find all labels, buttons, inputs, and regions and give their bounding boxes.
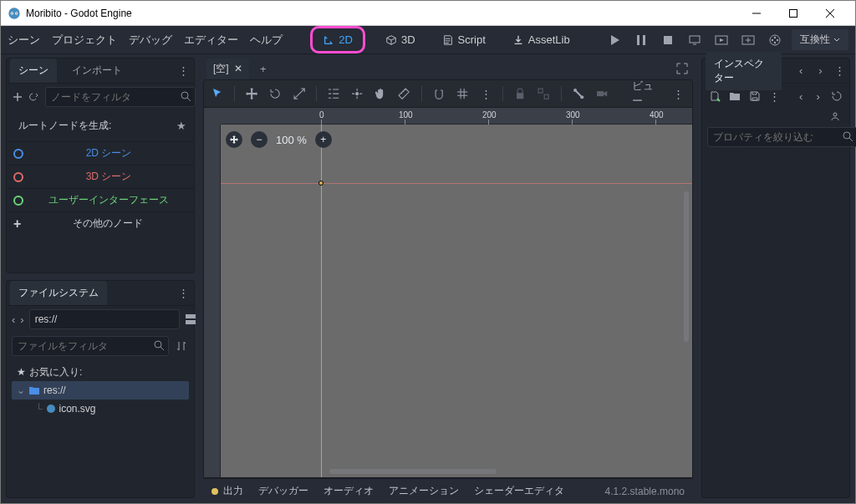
horizontal-scrollbar[interactable] [329, 469, 497, 474]
group-button[interactable] [537, 85, 550, 102]
fs-forward-button[interactable]: › [20, 312, 23, 327]
zoom-in-button[interactable]: + [315, 131, 332, 148]
workspace-assetlib-button[interactable]: AssetLib [506, 30, 577, 49]
viewport-menu-button[interactable]: ⋮ [672, 85, 685, 102]
create-3d-scene-button[interactable]: 3D シーン [7, 165, 194, 188]
bottom-audio-button[interactable]: オーディオ [324, 484, 374, 498]
3d-cube-icon [385, 34, 397, 46]
menu-project[interactable]: プロジェクト [52, 33, 117, 48]
fs-favorites[interactable]: ★お気に入り: [12, 363, 189, 381]
create-2d-scene-button[interactable]: 2D シーン [7, 141, 194, 165]
vertical-scrollbar[interactable] [684, 191, 689, 342]
dock-menu-button[interactable]: ⋮ [176, 64, 191, 79]
menu-help[interactable]: ヘルプ [250, 33, 283, 48]
svg-point-4 [16, 13, 17, 13]
renderer-selector[interactable]: 互換性 [792, 29, 848, 50]
fs-root-folder[interactable]: ⌄res:// [12, 381, 189, 400]
scale-tool-button[interactable] [293, 85, 306, 102]
menu-editor[interactable]: エディター [184, 33, 238, 48]
fs-dock-menu-button[interactable]: ⋮ [176, 286, 191, 301]
fs-sort-button[interactable] [174, 339, 189, 354]
view-menu-button[interactable]: ビュー [629, 85, 662, 102]
window-close-button[interactable] [812, 2, 848, 25]
create-other-node-button[interactable]: +その他のノード [7, 211, 194, 235]
svg-point-0 [8, 8, 19, 18]
grid-snap-button[interactable] [456, 85, 469, 102]
add-scene-tab-button[interactable]: + [256, 61, 271, 76]
move-tool-button[interactable] [245, 85, 258, 102]
svg-rect-25 [545, 94, 549, 99]
menu-scene[interactable]: シーン [8, 33, 40, 48]
scene-tab-empty[interactable]: [空] ✕ [206, 59, 249, 79]
skeleton-button[interactable] [572, 85, 585, 102]
scene-filter-input[interactable] [45, 87, 196, 107]
workspace-2d-button[interactable]: 2D [316, 30, 359, 49]
menu-debug[interactable]: デバッグ [129, 33, 172, 48]
lock-button[interactable] [513, 85, 527, 102]
svg-rect-9 [690, 36, 700, 43]
inspector-extra-button[interactable]: ⋮ [769, 89, 780, 104]
stop-button[interactable] [658, 30, 678, 50]
distraction-free-button[interactable] [675, 61, 690, 76]
fs-split-view-button[interactable] [185, 312, 196, 327]
tab-filesystem[interactable]: ファイルシステム [10, 281, 107, 305]
bottom-debugger-button[interactable]: デバッガー [258, 484, 308, 498]
play-project-button[interactable] [604, 30, 624, 50]
play-custom-scene-button[interactable] [738, 30, 758, 50]
svg-rect-28 [597, 91, 604, 96]
inspector-save-resource-button[interactable] [749, 89, 761, 104]
ruler-tool-button[interactable] [397, 85, 410, 102]
pivot-tool-button[interactable] [350, 85, 364, 102]
play-scene-button[interactable] [711, 30, 731, 50]
fs-file-item[interactable]: └icon.svg [12, 400, 189, 418]
zoom-out-button[interactable]: − [251, 131, 268, 148]
bottom-animation-button[interactable]: アニメーション [389, 484, 459, 498]
close-tab-icon[interactable]: ✕ [234, 63, 242, 74]
snap-options-button[interactable]: ⋮ [479, 85, 492, 102]
workspace-2d-label: 2D [339, 33, 353, 46]
list-select-button[interactable] [327, 85, 340, 102]
inspector-object-button[interactable] [828, 109, 843, 124]
workspace-3d-button[interactable]: 3D [379, 30, 422, 49]
fs-path-input[interactable] [29, 309, 180, 329]
window-minimize-button[interactable] [738, 2, 775, 25]
workspace-script-button[interactable]: Script [436, 30, 492, 49]
pause-button[interactable] [631, 30, 651, 50]
tab-import[interactable]: インポート [64, 59, 130, 83]
create-ui-scene-button[interactable]: ユーザーインターフェース [7, 188, 194, 211]
svg-point-21 [47, 405, 55, 413]
add-node-button[interactable] [12, 89, 23, 104]
window-maximize-button[interactable] [775, 2, 812, 25]
pan-tool-button[interactable] [374, 85, 387, 102]
smart-snap-button[interactable] [432, 85, 446, 102]
instance-scene-button[interactable] [28, 89, 40, 104]
bottom-output-button[interactable]: 出力 [223, 484, 243, 498]
fs-filter-input[interactable] [12, 336, 169, 356]
svg-point-20 [155, 341, 161, 348]
inspector-load-resource-button[interactable] [729, 89, 741, 104]
select-tool-button[interactable] [211, 85, 224, 102]
create-2d-label: 2D シーン [30, 146, 187, 160]
inspector-filter-input[interactable] [707, 127, 856, 147]
tab-scene[interactable]: シーン [10, 59, 57, 83]
inspector-dock-menu-button[interactable]: ⋮ [833, 64, 846, 79]
inspector-history-next-button[interactable]: › [814, 89, 823, 104]
inspector-next-button[interactable]: › [814, 64, 827, 79]
run-remote-button[interactable] [685, 30, 705, 50]
rotate-tool-button[interactable] [268, 85, 282, 102]
inspector-dock: インスペクター ‹ › ⋮ ⋮ ‹ › [701, 58, 850, 498]
inspector-history-prev-button[interactable]: ‹ [797, 89, 806, 104]
viewport-canvas[interactable]: 0 100 200 300 400 − 100 [203, 108, 693, 478]
favorite-icon[interactable]: ★ [174, 119, 189, 134]
inspector-history-button[interactable] [831, 89, 843, 104]
override-camera-button[interactable] [595, 85, 609, 102]
zoom-reset-button[interactable] [226, 131, 242, 148]
inspector-prev-button[interactable]: ‹ [795, 64, 808, 79]
horizontal-ruler: 0 100 200 300 400 [221, 108, 692, 125]
inspector-new-resource-button[interactable] [709, 89, 721, 104]
window-title: Moribito - Godot Engine [26, 8, 738, 19]
movie-maker-button[interactable] [765, 30, 785, 50]
svg-point-15 [772, 38, 773, 40]
bottom-shader-button[interactable]: シェーダーエディタ [474, 484, 564, 498]
fs-back-button[interactable]: ‹ [12, 312, 15, 327]
